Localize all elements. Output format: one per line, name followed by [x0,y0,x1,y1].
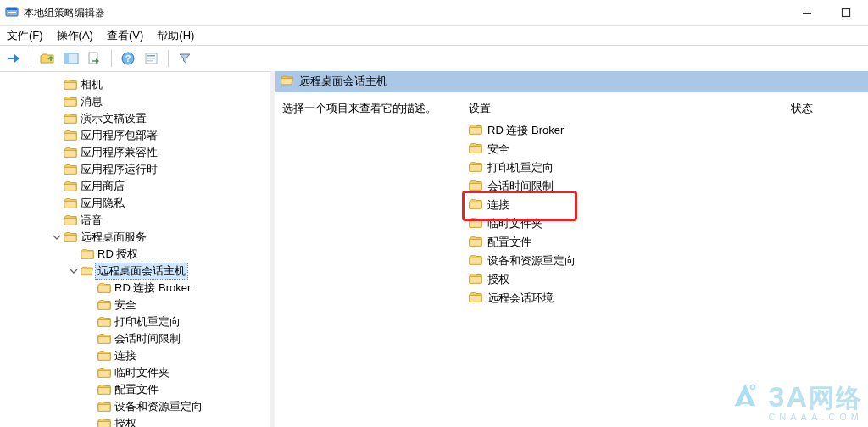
details-pane: 远程桌面会话主机 选择一个项目来查看它的描述。 设置 状态 RD 连接 Brok… [275,71,868,427]
tree-item-label: 应用程序兼容性 [81,146,158,158]
twisty-spacer [85,401,97,413]
tree-item-label: 设备和资源重定向 [114,400,203,413]
tree-item[interactable]: 应用程序包部署 [0,127,270,144]
twisty-spacer [85,299,97,311]
tree-item-label: 应用程序运行时 [81,163,158,175]
forward-button[interactable] [3,47,25,69]
tree-item-label: 远程桌面会话主机 [97,264,186,277]
tree-item-label: 连接 [114,349,136,362]
tree-item[interactable]: 打印机重定向 [0,313,270,330]
tree-item[interactable]: 相机 [0,76,270,93]
twisty-spacer [51,79,63,91]
tree-item[interactable]: 应用商店 [0,178,270,195]
tree-item-label: 演示文稿设置 [81,112,147,125]
menu-action[interactable]: 操作(A) [50,26,100,45]
svg-text:?: ? [125,53,131,64]
list-item[interactable]: 远程会话环境 [469,289,861,308]
tree-item-label: 应用隐私 [81,197,125,209]
up-folder-button[interactable] [36,47,58,69]
list-item[interactable]: 安全 [469,140,861,158]
tree-item[interactable]: 授权 [0,415,270,427]
tree-item-label: RD 授权 [97,247,138,260]
list-item-label: 远程会话环境 [487,291,554,306]
tree-item-label: 配置文件 [114,383,159,396]
tree-item[interactable]: 应用隐私 [0,195,270,212]
list-item[interactable]: RD 连接 Broker [469,121,861,140]
folder-icon [469,254,482,268]
tree-item-label: 打印机重定向 [114,315,181,328]
folder-icon [97,383,111,396]
show-hide-tree-button[interactable] [60,47,82,69]
list-item-label: 打印机重定向 [487,160,554,175]
help-button[interactable]: ? [117,47,139,69]
tree-item[interactable]: 语音 [0,212,270,229]
menu-view[interactable]: 查看(V) [100,26,150,45]
export-list-button[interactable] [84,47,106,69]
chevron-down-icon[interactable] [68,265,80,277]
window-title: 本地组策略编辑器 [24,6,795,20]
tree-item[interactable]: 会话时间限制 [0,330,270,347]
tree-item[interactable]: 演示文稿设置 [0,110,270,127]
toolbar-separator [31,50,31,67]
filter-button[interactable] [174,47,196,69]
list-item[interactable]: 配置文件 [469,233,861,252]
twisty-spacer [51,113,63,125]
tree-item[interactable]: RD 授权 [0,246,270,263]
tree-item[interactable]: 安全 [0,297,270,313]
maximize-button[interactable] [834,5,858,20]
app-icon [5,6,19,19]
menu-file[interactable]: 文件(F) [0,26,50,45]
tree-item[interactable]: 远程桌面会话主机 [0,263,270,280]
twisty-spacer [68,248,80,260]
folder-icon [469,273,482,286]
toolbar-separator [168,50,169,67]
list-item-label: 配置文件 [487,235,531,250]
folder-icon [64,146,77,159]
tree-item-label: 消息 [81,95,103,108]
minimize-button[interactable] [795,5,819,20]
folder-icon [64,197,77,210]
tree-item[interactable]: 临时文件夹 [0,364,270,381]
properties-button[interactable] [141,47,163,69]
folder-icon [469,161,482,175]
menubar: 文件(F) 操作(A) 查看(V) 帮助(H) [0,26,868,45]
splitter[interactable] [270,71,275,427]
list-item[interactable]: 设备和资源重定向 [469,252,861,270]
twisty-spacer [51,164,63,175]
details-title: 远程桌面会话主机 [299,74,387,89]
watermark-brand: 3A [769,380,809,413]
toolbar: ? [0,45,868,72]
list-item[interactable]: 打印机重定向 [469,158,861,177]
menu-help[interactable]: 帮助(H) [150,26,201,45]
column-header-settings[interactable]: 设置 [469,101,791,116]
svg-rect-3 [8,14,14,14]
description-column: 选择一个项目来查看它的描述。 [282,101,469,419]
tree-item-label: 远程桌面服务 [81,230,147,243]
folder-icon [64,180,77,193]
twisty-spacer [85,333,97,345]
list-item-label: 连接 [487,197,509,213]
list-item-label: 设备和资源重定向 [487,253,576,269]
tree-item[interactable]: 连接 [0,347,270,364]
list-item[interactable]: 授权 [469,270,861,289]
folder-icon [64,95,77,108]
list-item[interactable]: 会话时间限制 [469,177,861,196]
tree-item[interactable]: 设备和资源重定向 [0,398,270,415]
svg-rect-7 [64,53,69,64]
chevron-down-icon[interactable] [51,231,63,243]
list-item-label: 会话时间限制 [487,179,554,194]
folder-icon [64,230,77,244]
svg-rect-1 [7,8,17,10]
column-header-state[interactable]: 状态 [791,101,813,116]
tree-pane[interactable]: 相机消息演示文稿设置应用程序包部署应用程序兼容性应用程序运行时应用商店应用隐私语… [0,71,270,427]
svg-rect-13 [147,58,155,59]
folder-icon [97,366,111,380]
tree-item[interactable]: 应用程序兼容性 [0,144,270,161]
tree-item[interactable]: 配置文件 [0,381,270,398]
list-item[interactable]: 临时文件夹 [469,214,861,233]
list-item[interactable]: 连接 [469,196,861,214]
tree-item[interactable]: 远程桌面服务 [0,229,270,246]
tree-item[interactable]: 应用程序运行时 [0,161,270,178]
tree-item[interactable]: 消息 [0,93,270,110]
tree-item[interactable]: RD 连接 Broker [0,280,270,297]
